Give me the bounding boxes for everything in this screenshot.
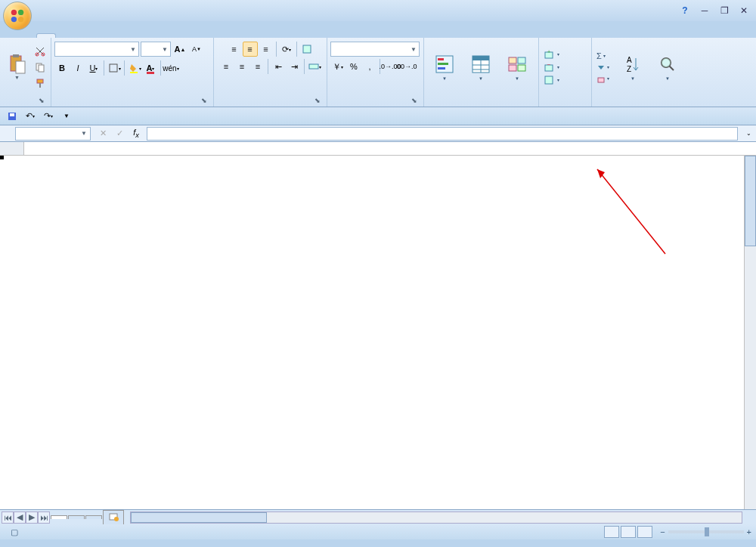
enter-formula-icon[interactable]: ✓ — [112, 126, 127, 141]
clipboard-launcher-icon[interactable]: ⬊ — [37, 97, 46, 106]
align-center-button[interactable]: ≡ — [234, 59, 249, 74]
svg-rect-30 — [518, 65, 525, 71]
font-name-combo[interactable]: ▼ — [54, 42, 139, 57]
group-alignment: ≡ ≡ ≡ ⟳▾ ≡ ≡ ≡ ⇤ ⇥ ▾ ⬊ — [214, 38, 327, 107]
decrease-decimal-button[interactable]: .00→.0 — [398, 59, 414, 74]
clear-button[interactable]: ▾ — [595, 73, 615, 84]
formula-input[interactable] — [147, 127, 738, 141]
shrink-font-button[interactable]: A▼ — [189, 42, 204, 57]
group-font: ▼ ▼ A▲ A▼ B I U▾ ▾ ▾ A▾ wén▾ ⬊ — [51, 38, 214, 107]
underline-button[interactable]: U▾ — [86, 60, 101, 76]
conditional-format-button[interactable]: ▼ — [427, 52, 462, 82]
close-button[interactable]: ✕ — [735, 5, 753, 17]
formula-bar: ▼ ✕ ✓ fx ⌄ — [0, 125, 756, 142]
svg-rect-35 — [545, 76, 553, 84]
number-launcher-icon[interactable]: ⬊ — [410, 97, 419, 106]
align-middle-button[interactable]: ≡ — [243, 42, 258, 57]
border-button[interactable]: ▾ — [107, 60, 122, 76]
font-size-combo[interactable]: ▼ — [141, 42, 171, 57]
restore-button[interactable]: ❐ — [715, 5, 733, 17]
fx-button[interactable]: fx — [129, 126, 144, 141]
comma-button[interactable]: , — [362, 59, 377, 74]
worksheet-grid[interactable] — [0, 142, 756, 509]
wrap-text-button[interactable] — [299, 42, 314, 57]
autosum-button[interactable]: Σ▾ — [595, 51, 615, 61]
format-as-table-button[interactable]: ▼ — [463, 52, 498, 82]
sheet-tab-2[interactable] — [68, 515, 85, 519]
svg-rect-17 — [309, 64, 318, 69]
redo-button[interactable]: ↷▾ — [41, 109, 56, 124]
save-button[interactable] — [5, 109, 20, 124]
svg-rect-12 — [39, 83, 41, 88]
merge-button[interactable]: ▾ — [307, 59, 322, 74]
svg-rect-10 — [39, 65, 44, 72]
group-clipboard: ▼ ⬊ — [0, 38, 51, 107]
minimize-button[interactable]: ─ — [696, 5, 714, 17]
align-top-button[interactable]: ≡ — [227, 42, 242, 57]
office-button[interactable] — [3, 2, 32, 30]
percent-button[interactable]: % — [346, 59, 361, 74]
sheet-nav-last-icon[interactable]: ⏭ — [38, 511, 50, 524]
svg-rect-43 — [10, 113, 14, 116]
new-sheet-button[interactable] — [103, 510, 124, 524]
qat-customize-button[interactable]: ▼ — [59, 109, 74, 124]
title-bar: ? ─ ❐ ✕ — [0, 0, 756, 21]
find-select-button[interactable]: ▼ — [651, 52, 684, 82]
annotation-arrow — [590, 163, 673, 261]
svg-rect-20 — [438, 63, 448, 65]
sheet-nav-first-icon[interactable]: ⏮ — [2, 511, 14, 524]
group-styles: ▼ ▼ ▼ — [424, 38, 539, 107]
italic-button[interactable]: I — [70, 60, 85, 76]
align-launcher-icon[interactable]: ⬊ — [313, 97, 322, 106]
paste-button[interactable]: ▼ — [3, 42, 31, 92]
decrease-indent-button[interactable]: ⇤ — [271, 59, 286, 74]
help-icon[interactable]: ? — [676, 5, 694, 17]
zoom-slider[interactable] — [668, 530, 744, 533]
sheet-tab-1[interactable] — [51, 515, 67, 519]
quick-access-toolbar: ↶▾ ↷▾ ▼ — [0, 107, 756, 125]
increase-indent-button[interactable]: ⇥ — [287, 59, 302, 74]
align-bottom-button[interactable]: ≡ — [259, 42, 274, 57]
status-bar: ▢ − + — [0, 524, 756, 539]
bold-button[interactable]: B — [54, 60, 70, 76]
group-number: ▼ ￥▾ % , .0→.00 .00→.0 ⬊ — [327, 38, 424, 107]
cut-button[interactable] — [33, 44, 48, 59]
svg-rect-36 — [598, 78, 604, 82]
number-format-combo[interactable]: ▼ — [330, 42, 420, 57]
macro-record-icon[interactable]: ▢ — [11, 527, 18, 537]
fill-color-button[interactable]: ▾ — [127, 60, 142, 76]
align-right-button[interactable]: ≡ — [250, 59, 265, 74]
font-color-button[interactable]: A▾ — [143, 60, 158, 76]
cancel-formula-icon[interactable]: ✕ — [95, 126, 110, 141]
insert-cells-button[interactable]: +▾ — [542, 48, 561, 60]
select-all-button[interactable] — [0, 142, 24, 155]
normal-view-button[interactable] — [604, 526, 619, 538]
sort-filter-button[interactable]: AZ ▼ — [616, 52, 649, 82]
currency-button[interactable]: ￥▾ — [330, 59, 345, 74]
page-break-view-button[interactable] — [637, 526, 652, 538]
sheet-nav-next-icon[interactable]: ▶ — [26, 511, 38, 524]
fill-button[interactable]: ▾ — [595, 62, 615, 73]
zoom-in-button[interactable]: + — [747, 527, 751, 536]
format-cells-button[interactable]: ▾ — [542, 74, 561, 86]
grow-font-button[interactable]: A▲ — [172, 42, 187, 57]
copy-button[interactable] — [33, 60, 48, 75]
format-painter-button[interactable] — [33, 76, 48, 91]
phonetic-button[interactable]: wén▾ — [163, 60, 178, 76]
page-layout-view-button[interactable] — [621, 526, 636, 538]
undo-button[interactable]: ↶▾ — [23, 109, 38, 124]
svg-rect-13 — [110, 64, 117, 72]
sheet-tab-3[interactable] — [85, 515, 102, 519]
orientation-button[interactable]: ⟳▾ — [279, 42, 294, 57]
name-box[interactable]: ▼ — [15, 127, 91, 141]
expand-formula-bar-icon[interactable]: ⌄ — [741, 126, 756, 141]
svg-rect-16 — [303, 45, 311, 53]
sheet-nav-prev-icon[interactable]: ◀ — [14, 511, 26, 524]
font-launcher-icon[interactable]: ⬊ — [200, 97, 209, 106]
align-left-button[interactable]: ≡ — [218, 59, 234, 74]
horizontal-scrollbar[interactable] — [130, 511, 742, 524]
zoom-out-button[interactable]: − — [660, 527, 665, 536]
cell-styles-button[interactable]: ▼ — [500, 52, 534, 82]
vertical-scrollbar[interactable] — [744, 156, 756, 509]
delete-cells-button[interactable]: −▾ — [542, 61, 561, 73]
